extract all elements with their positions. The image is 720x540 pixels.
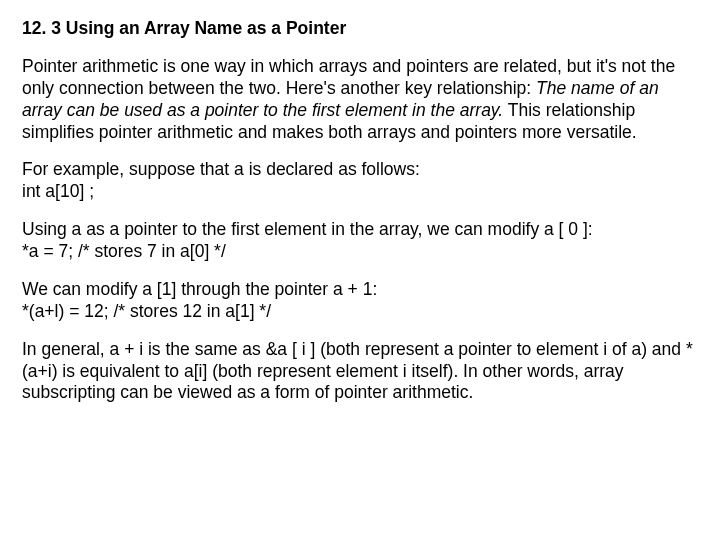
p2-line2: int a[10] ; xyxy=(22,181,94,201)
paragraph-5: In general, a + i is the same as &a [ i … xyxy=(22,339,698,405)
paragraph-4: We can modify a [1] through the pointer … xyxy=(22,279,698,323)
p3-line2: *a = 7; /* stores 7 in a[0] */ xyxy=(22,241,226,261)
p4-line2: *(a+l) = 12; /* stores 12 in a[1] */ xyxy=(22,301,271,321)
paragraph-2: For example, suppose that a is declared … xyxy=(22,159,698,203)
section-heading: 12. 3 Using an Array Name as a Pointer xyxy=(22,18,698,40)
paragraph-3: Using a as a pointer to the first elemen… xyxy=(22,219,698,263)
p2-line1: For example, suppose that a is declared … xyxy=(22,159,420,179)
p4-line1: We can modify a [1] through the pointer … xyxy=(22,279,377,299)
p3-line1: Using a as a pointer to the first elemen… xyxy=(22,219,593,239)
paragraph-1: Pointer arithmetic is one way in which a… xyxy=(22,56,698,144)
